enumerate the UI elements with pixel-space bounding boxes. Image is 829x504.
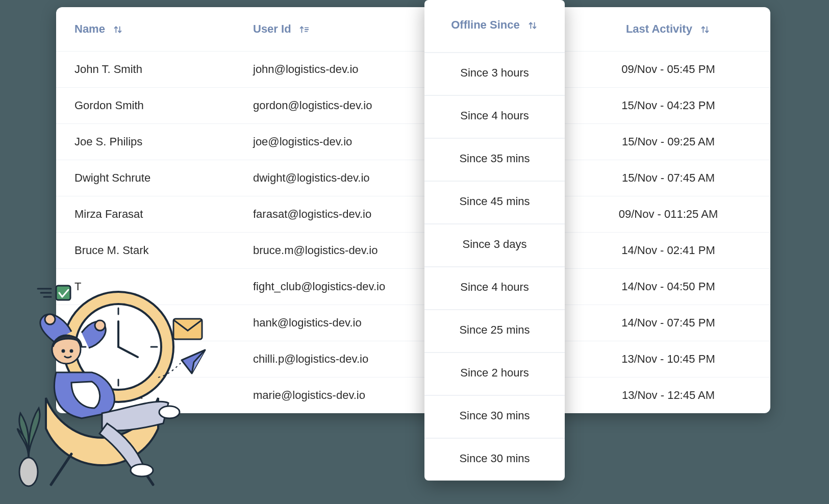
cell-last-activity: 13/Nov - 10:45 PM xyxy=(566,341,770,377)
svg-line-15 xyxy=(133,454,153,485)
cell-name: Joe S. Philips xyxy=(56,123,235,160)
sort-alpha-icon xyxy=(298,24,310,35)
col-header-last-activity[interactable]: Last Activity xyxy=(566,7,770,51)
cell-name xyxy=(56,305,235,341)
svg-line-14 xyxy=(51,454,71,485)
floating-offline-cell: Since 3 hours xyxy=(424,52,565,95)
table-row[interactable]: Gordon Smithgordon@logistics-dev.ioSince… xyxy=(56,87,770,123)
svg-point-18 xyxy=(45,314,55,324)
sort-arrows-icon xyxy=(699,24,711,35)
cell-name xyxy=(56,341,235,377)
table-row[interactable]: Marie chradmarie@logistics-dev.ioSince 3… xyxy=(56,377,770,413)
col-header-name-label: Name xyxy=(74,22,105,35)
floating-offline-cell: Since 35 mins xyxy=(424,138,565,181)
table-row[interactable]: Tfight_club@logistics-dev.ioSince 25 min… xyxy=(56,268,770,305)
floating-offline-cell: Since 4 hours xyxy=(424,266,565,309)
cell-userid: gordon@logistics-dev.io xyxy=(235,87,423,123)
cell-userid: chilli.p@logistics-dev.io xyxy=(235,341,423,377)
cell-name: Mirza Farasat xyxy=(56,196,235,232)
table-row[interactable]: John T. Smithjohn@logistics-dev.ioSince … xyxy=(56,51,770,87)
table-row[interactable]: Joe S. Philipsjoe@logistics-dev.ioSince … xyxy=(56,123,770,160)
cell-name: Dwight Schrute xyxy=(56,160,235,196)
cell-last-activity: 13/Nov - 12:45 AM xyxy=(566,377,770,413)
sort-arrows-icon xyxy=(527,20,538,31)
floating-offline-cell: Since 4 hours xyxy=(424,95,565,138)
cell-userid: joe@logistics-dev.io xyxy=(235,123,423,160)
cell-last-activity: 09/Nov - 05:45 PM xyxy=(566,51,770,87)
table-row[interactable]: Dwight Schrutedwight@logistics-dev.ioSin… xyxy=(56,160,770,196)
offline-since-floating-panel: Offline Since Since 3 hoursSince 4 hours… xyxy=(424,0,565,481)
cell-userid: hank@logistics-dev.io xyxy=(235,305,423,341)
floating-offline-cell: Since 30 mins xyxy=(424,395,565,438)
cell-userid: bruce.m@logistics-dev.io xyxy=(235,232,423,268)
offline-users-table: Name User Id xyxy=(56,7,770,413)
cell-name: Gordon Smith xyxy=(56,87,235,123)
floating-offline-cell: Since 45 mins xyxy=(424,181,565,223)
floating-offline-cell: Since 25 mins xyxy=(424,309,565,352)
cell-last-activity: 15/Nov - 07:45 AM xyxy=(566,160,770,196)
col-header-name[interactable]: Name xyxy=(56,7,235,51)
floating-header-label: Offline Since xyxy=(451,18,519,31)
cell-userid: john@logistics-dev.io xyxy=(235,51,423,87)
table-row[interactable]: Mirza Farasatfarasat@logistics-dev.ioSin… xyxy=(56,196,770,232)
cell-name: Marie chrad xyxy=(56,377,235,413)
sort-arrows-icon xyxy=(112,24,123,35)
floating-offline-cell: Since 3 days xyxy=(424,223,565,266)
offline-users-table-card: Name User Id xyxy=(56,7,770,413)
cell-last-activity: 09/Nov - 011:25 AM xyxy=(566,196,770,232)
col-header-last-activity-label: Last Activity xyxy=(626,22,692,35)
cell-last-activity: 14/Nov - 02:41 PM xyxy=(566,232,770,268)
cell-name: John T. Smith xyxy=(56,51,235,87)
cell-userid: marie@logistics-dev.io xyxy=(235,377,423,413)
table-row[interactable]: chilli.p@logistics-dev.ioSince 30 mins13… xyxy=(56,341,770,377)
floating-offline-cell: Since 2 hours xyxy=(424,352,565,395)
floating-offline-cell: Since 30 mins xyxy=(424,438,565,481)
cell-userid: fight_club@logistics-dev.io xyxy=(235,268,423,305)
table-header-row: Name User Id xyxy=(56,7,770,51)
cell-last-activity: 14/Nov - 04:50 PM xyxy=(566,268,770,305)
cell-last-activity: 15/Nov - 09:25 AM xyxy=(566,123,770,160)
floating-header[interactable]: Offline Since xyxy=(424,0,565,52)
col-header-userid[interactable]: User Id xyxy=(235,7,423,51)
table-row[interactable]: Bruce M. Starkbruce.m@logistics-dev.ioSi… xyxy=(56,232,770,268)
cell-last-activity: 15/Nov - 04:23 PM xyxy=(566,87,770,123)
cell-userid: dwight@logistics-dev.io xyxy=(235,160,423,196)
cell-name: Bruce M. Stark xyxy=(56,232,235,268)
col-header-userid-label: User Id xyxy=(253,22,291,35)
cell-last-activity: 14/Nov - 07:45 PM xyxy=(566,305,770,341)
cell-name: T xyxy=(56,268,235,305)
cell-userid: farasat@logistics-dev.io xyxy=(235,196,423,232)
svg-point-0 xyxy=(19,458,38,486)
table-row[interactable]: hank@logistics-dev.ioSince 2 hours14/Nov… xyxy=(56,305,770,341)
svg-point-17 xyxy=(131,464,153,476)
